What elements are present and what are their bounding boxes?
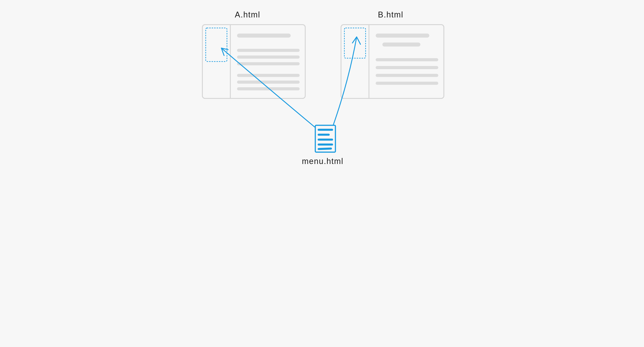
svg-rect-6: [237, 74, 300, 77]
label-page-a: A.html: [235, 10, 260, 20]
svg-rect-2: [237, 34, 291, 38]
diagram-svg: [154, 0, 490, 181]
svg-rect-3: [237, 49, 300, 52]
svg-rect-15: [376, 74, 438, 77]
svg-rect-7: [237, 81, 300, 84]
svg-rect-12: [382, 43, 420, 47]
svg-rect-13: [376, 58, 438, 61]
svg-line-22: [319, 149, 331, 149]
svg-rect-16: [376, 82, 438, 85]
menu-partial-icon: [315, 125, 336, 152]
page-a-include-slot: [206, 28, 227, 62]
svg-rect-11: [376, 34, 429, 38]
arrow-menu-to-a: [222, 48, 315, 128]
svg-rect-5: [237, 62, 300, 65]
label-page-b: B.html: [378, 10, 404, 20]
diagram-canvas: A.html B.html menu.html: [154, 0, 490, 181]
page-a-wireframe: [202, 25, 305, 98]
arrow-menu-to-b: [333, 37, 360, 125]
label-menu: menu.html: [302, 157, 344, 166]
svg-rect-4: [237, 56, 300, 59]
page-b-include-slot: [344, 28, 366, 58]
svg-rect-14: [376, 66, 438, 69]
page-b-wireframe: [341, 25, 444, 98]
